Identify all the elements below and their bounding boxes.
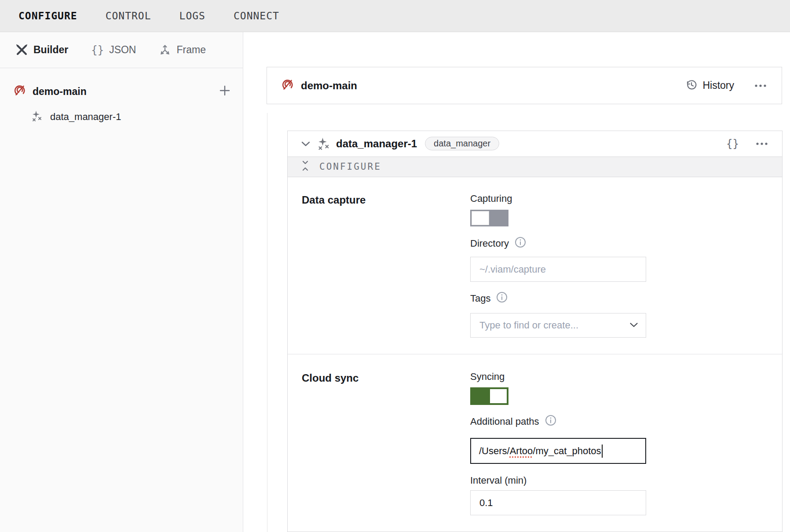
info-icon[interactable]	[496, 292, 508, 306]
machine-part-title: demo-main	[301, 80, 357, 92]
configure-bar-label: CONFIGURE	[319, 161, 381, 172]
curly-braces-icon: {}	[91, 44, 104, 56]
data-capture-section: Data capture Capturing Directory	[288, 177, 782, 354]
chevron-down-icon[interactable]	[301, 141, 311, 147]
card-group-border	[267, 113, 267, 532]
tab-logs[interactable]: LOGS	[179, 10, 205, 22]
cloud-sync-heading: Cloud sync	[302, 371, 470, 515]
directory-input[interactable]	[470, 257, 646, 282]
ellipsis-menu-button[interactable]	[754, 84, 768, 87]
interval-input[interactable]	[470, 490, 646, 515]
path-misspelled-word: Artoo	[510, 445, 533, 457]
data-capture-heading: Data capture	[302, 193, 470, 338]
tab-frame[interactable]: Frame	[159, 44, 205, 56]
curly-braces-icon[interactable]: {}	[726, 138, 739, 150]
tree-item-demo-main[interactable]: demo-main	[0, 80, 243, 102]
component-type-badge: data_manager	[425, 137, 499, 150]
configure-section-bar[interactable]: CONFIGURE	[288, 157, 782, 177]
info-icon[interactable]	[515, 237, 526, 251]
tab-control[interactable]: CONTROL	[106, 10, 151, 22]
view-mode-tabs: Builder {} JSON Frame	[0, 32, 243, 68]
info-icon[interactable]	[545, 415, 556, 429]
cloud-sync-section: Cloud sync Syncing Additional paths	[288, 354, 782, 532]
directory-label: Directory	[470, 238, 509, 249]
path-prefix: /Users/	[479, 445, 510, 457]
data-manager-card: data_manager-1 data_manager {} CONFIGURE…	[287, 131, 783, 532]
offline-icon	[281, 78, 294, 93]
component-name: data_manager-1	[336, 138, 417, 150]
component-card-header: data_manager-1 data_manager {}	[288, 131, 782, 157]
capturing-toggle[interactable]	[470, 210, 508, 226]
top-nav: CONFIGURE CONTROL LOGS CONNECT	[0, 0, 790, 32]
history-button[interactable]: History	[685, 79, 734, 93]
config-sidebar: Builder {} JSON Frame	[0, 32, 243, 532]
tree-item-label: demo-main	[33, 86, 87, 98]
tab-builder[interactable]: Builder	[15, 44, 68, 56]
syncing-label: Syncing	[470, 371, 646, 383]
ellipsis-menu-button[interactable]	[756, 142, 769, 146]
collapse-vertical-icon	[301, 160, 310, 173]
plus-icon[interactable]	[219, 85, 230, 98]
path-suffix: /my_cat_photos	[533, 445, 601, 457]
tags-combobox[interactable]	[470, 313, 646, 338]
tab-json[interactable]: {} JSON	[91, 44, 136, 56]
interval-label: Interval (min)	[470, 475, 646, 486]
viam-machine-page: CONFIGURE CONTROL LOGS CONNECT	[0, 0, 790, 532]
history-label: History	[702, 80, 734, 91]
tab-json-label: JSON	[109, 44, 136, 56]
additional-paths-label: Additional paths	[470, 416, 539, 427]
tree-child-label: data_manager-1	[50, 111, 121, 123]
tab-frame-label: Frame	[176, 44, 205, 56]
tags-label: Tags	[470, 293, 490, 304]
builder-tools-icon	[15, 44, 28, 56]
syncing-toggle[interactable]	[470, 387, 508, 405]
text-caret	[602, 445, 603, 458]
capturing-label: Capturing	[470, 193, 646, 204]
tab-configure[interactable]: CONFIGURE	[18, 10, 77, 22]
tree-item-data-manager-1[interactable]: data_manager-1	[0, 107, 243, 127]
history-clock-icon	[685, 79, 698, 93]
tab-builder-label: Builder	[33, 44, 68, 56]
additional-paths-input[interactable]: /Users/Artoo/my_cat_photos	[470, 438, 646, 464]
tab-connect[interactable]: CONNECT	[234, 10, 279, 22]
machine-part-header-card: demo-main History	[267, 67, 782, 104]
sparkles-icon	[32, 110, 43, 124]
sparkles-icon	[318, 137, 331, 150]
machine-part-tree: demo-main	[0, 68, 243, 127]
offline-icon	[13, 84, 26, 99]
frame-axes-icon	[159, 44, 171, 56]
